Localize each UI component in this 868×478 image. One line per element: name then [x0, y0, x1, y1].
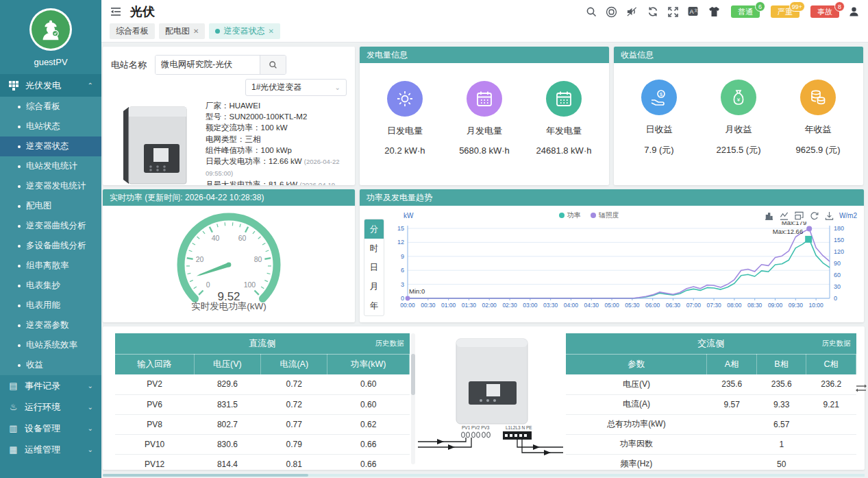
sidebar-item-收益[interactable]: 收益	[0, 355, 101, 375]
sidebar-item-逆变器参数[interactable]: 逆变器参数	[0, 315, 101, 335]
refresh-icon[interactable]	[647, 6, 658, 18]
svg-text:6: 6	[401, 267, 404, 274]
line-chart-icon[interactable]	[780, 211, 789, 220]
sidebar-submenu: 综合看板电站状态逆变器状态电站发电统计逆变器发电统计配电图逆变器曲线分析多设备曲…	[0, 97, 101, 375]
chevron-down-icon: ⌄	[88, 446, 93, 453]
sidebar-item-多设备曲线分析[interactable]: 多设备曲线分析	[0, 236, 101, 256]
search-icon[interactable]	[585, 6, 597, 18]
close-icon[interactable]: ✕	[268, 27, 273, 35]
chevron-down-icon: ⌄	[88, 403, 93, 411]
station-name-label: 电站名称	[111, 59, 147, 71]
realtime-power-title: 实时功率 (更新时间: 2026-04-22 10:28:38)	[103, 189, 355, 206]
horizontal-scrollbar[interactable]	[103, 474, 865, 477]
svg-text:06:30: 06:30	[666, 302, 681, 309]
translate-icon[interactable]: A文	[688, 6, 699, 18]
dc-cell: PV8	[115, 414, 194, 434]
time-tab-分[interactable]: 分	[364, 219, 384, 239]
sidebar-item-逆变器发电统计[interactable]: 逆变器发电统计	[0, 176, 101, 196]
sidebar-item-组串离散率[interactable]: 组串离散率	[0, 256, 101, 276]
bullet-icon	[18, 126, 21, 128]
dc-terminal-label: PV1 PV2 PV3	[462, 425, 490, 430]
ac-history-link[interactable]: 历史数据	[822, 339, 851, 348]
tab-综合看板[interactable]: 综合看板	[110, 23, 155, 39]
dc-cell: PV6	[115, 394, 194, 414]
spec-key: 电网类型：	[206, 135, 245, 143]
spec-key: 额定交流功率：	[206, 123, 261, 132]
tab-label: 逆变器状态	[223, 25, 264, 37]
ac-value-cell: 236.2	[806, 374, 856, 394]
inverter-select[interactable]: 1#光伏逆变器 ⌄	[245, 79, 347, 96]
time-tab-月[interactable]: 月	[364, 277, 384, 296]
sidebar-group-设备管理[interactable]: ▥设备管理⌄	[0, 418, 101, 439]
app-root: guestPV 光伏发电 ⌃ 综合看板电站状态逆变器状态电站发电统计逆变器发电统…	[0, 0, 868, 478]
fullscreen-icon[interactable]	[667, 6, 679, 18]
bar-chart-icon[interactable]	[765, 211, 773, 220]
adjust-handle-icon[interactable]	[856, 383, 867, 394]
sidebar-group-运行环境[interactable]: ♨运行环境⌄	[0, 396, 101, 418]
spec-line: 组件峰值功率：100 kWp	[206, 145, 347, 156]
sidebar-item-label: 逆变器状态	[26, 141, 69, 152]
sidebar-item-配电图[interactable]: 配电图	[0, 196, 101, 216]
sidebar-item-电表用能[interactable]: 电表用能	[0, 296, 101, 315]
alarm-badge-normal[interactable]: 普通 6	[731, 6, 760, 17]
tab-配电图[interactable]: 配电图✕	[159, 23, 205, 39]
svg-text:10:00: 10:00	[808, 302, 823, 309]
sidebar-item-综合看板[interactable]: 综合看板	[0, 97, 101, 117]
legend-item-辐照度[interactable]: 辐照度	[591, 211, 619, 220]
svg-text:60: 60	[834, 272, 841, 278]
calendar-icon	[467, 81, 502, 117]
collapse-sidebar-icon[interactable]	[110, 5, 122, 18]
user-profile[interactable]: guestPV	[0, 0, 101, 74]
ac-col-header: B相	[756, 354, 806, 374]
revenue-panel: 收益信息 $日收益7.9 (元)¥月收益2215.5 (元)年收益9625.9 …	[614, 47, 863, 185]
dc-history-link[interactable]: 历史数据	[375, 339, 404, 348]
trend-chart[interactable]: 03691215030609012015018000:0000:3001:000…	[384, 222, 856, 313]
dc-table-title-row: 直流侧历史数据	[115, 333, 410, 354]
content: 电站名称 1#光伏逆变器 ⌄	[101, 43, 868, 478]
sidebar-item-label: 电站发电统计	[26, 160, 77, 172]
stat-label: 日发电量	[366, 125, 445, 137]
time-tab-日[interactable]: 日	[364, 258, 384, 277]
theme-icon[interactable]	[708, 6, 720, 18]
dc-table-scrollbar[interactable]	[411, 333, 415, 464]
download-icon[interactable]	[825, 211, 834, 220]
table-row: 电流(A)9.579.339.21	[566, 394, 856, 414]
station-search-button[interactable]	[260, 56, 286, 74]
alarm-badge-severe[interactable]: 严重 99+	[771, 6, 799, 17]
sidebar-group-pv[interactable]: 光伏发电 ⌃	[0, 74, 101, 97]
coins-icon	[800, 80, 836, 115]
sidebar-item-电表集抄[interactable]: 电表集抄	[0, 276, 101, 296]
time-tab-时[interactable]: 时	[364, 239, 384, 258]
mute-icon[interactable]	[626, 6, 638, 18]
alarm-badge-accident[interactable]: 事故 8	[810, 6, 839, 17]
sidebar-item-电站状态[interactable]: 电站状态	[0, 117, 101, 136]
tab-逆变器状态[interactable]: 逆变器状态✕	[209, 23, 280, 39]
svg-text:30: 30	[834, 283, 841, 290]
ac-value-cell: 235.6	[707, 374, 757, 394]
sidebar-item-label: 逆变器参数	[26, 320, 69, 331]
right-axis-unit: W/m2	[839, 212, 857, 219]
time-granularity-tabs: 分时日月年	[364, 219, 384, 316]
sidebar-group-运维管理[interactable]: ▦运维管理⌄	[0, 439, 101, 460]
svg-text:¥: ¥	[736, 97, 741, 103]
zoom-box-icon[interactable]	[795, 211, 804, 220]
restore-icon[interactable]	[810, 211, 819, 220]
ac-param-cell: 功率因数	[566, 434, 707, 454]
dc-table: 直流侧历史数据输入回路电压(V)电流(A)功率(kW)PV2829.60.720…	[115, 333, 410, 470]
user-icon[interactable]	[848, 6, 860, 18]
legend-item-功率[interactable]: 功率	[559, 211, 581, 220]
sidebar-item-逆变器状态[interactable]: 逆变器状态	[0, 136, 101, 156]
device-manage-icon: ▥	[8, 423, 18, 433]
sidebar-item-逆变器曲线分析[interactable]: 逆变器曲线分析	[0, 216, 101, 236]
dc-cell: 0.79	[261, 434, 327, 454]
sidebar-group-事件记录[interactable]: ▤事件记录⌄	[0, 375, 101, 396]
close-icon[interactable]: ✕	[193, 27, 199, 35]
station-search-input[interactable]	[156, 56, 260, 74]
time-tab-年[interactable]: 年	[364, 296, 384, 315]
record-icon[interactable]	[606, 6, 617, 18]
sidebar-item-电站系统效率[interactable]: 电站系统效率	[0, 335, 101, 355]
sidebar-group-label: 运行环境	[25, 401, 60, 414]
avatar[interactable]	[29, 8, 72, 51]
dc-cell: 831.5	[194, 394, 260, 414]
sidebar-item-电站发电统计[interactable]: 电站发电统计	[0, 156, 101, 176]
